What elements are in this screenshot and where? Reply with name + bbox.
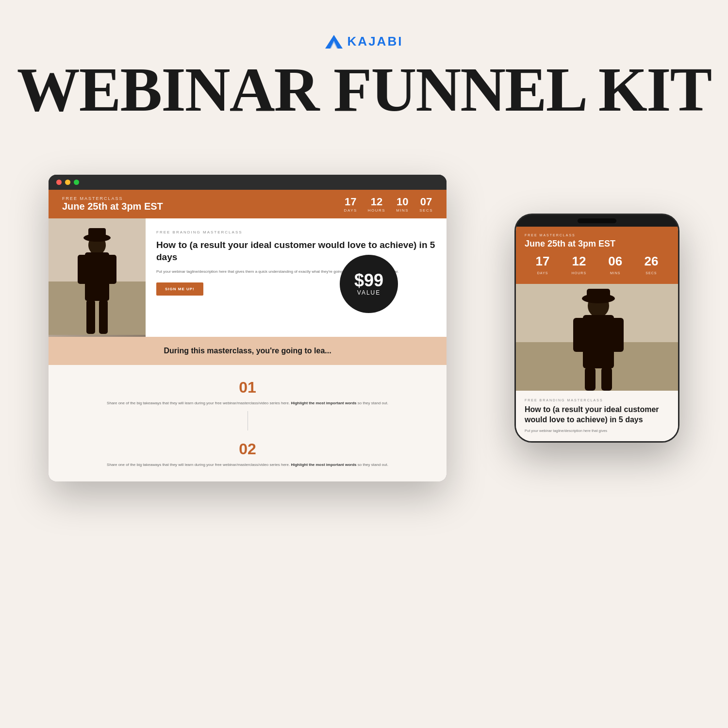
desktop-titlebar: [49, 175, 447, 190]
countdown-secs: 07 SECS: [419, 196, 433, 213]
countdown-hours-num: 12: [368, 196, 385, 208]
mobile-cd-days-label: DAYS: [537, 271, 548, 275]
svg-rect-21: [585, 367, 596, 391]
countdown-secs-num: 07: [419, 196, 433, 208]
mobile-content: FREE MASTERCLASS June 25th at 3pm EST 17…: [516, 227, 678, 441]
svg-rect-20: [611, 318, 624, 352]
devices-area: FREE MASTERCLASS June 25th at 3pm EST 17…: [49, 175, 679, 699]
point-01-text: Share one of the big takeaways that they…: [87, 400, 408, 406]
point-divider: [248, 411, 248, 430]
kajabi-logo: KAJABI: [325, 34, 403, 49]
value-label: VALUE: [357, 289, 381, 296]
countdown-days-label: DAYS: [344, 208, 357, 213]
svg-rect-8: [78, 255, 88, 284]
mobile-cd-secs: 26 SECS: [644, 255, 658, 276]
hero-figure-svg: [49, 218, 146, 335]
window-dot-red: [56, 180, 62, 185]
desktop-hero-text: FREE BRANDING MASTERCLASS How to (a resu…: [146, 218, 447, 337]
desktop-nav: FREE MASTERCLASS June 25th at 3pm EST 17…: [49, 190, 447, 218]
countdown-mins: 10 MINS: [396, 196, 409, 213]
desktop-mockup: FREE MASTERCLASS June 25th at 3pm EST 17…: [49, 175, 447, 481]
mobile-countdown: 17 DAYS 12 HOURS 06 MINS 26 SECS: [525, 255, 669, 276]
desktop-hero-title: How to (a result your ideal customer wou…: [156, 239, 436, 263]
mobile-desc: Put your webinar tagline/description her…: [525, 428, 669, 433]
page-title: WEBINAR FUNNEL KIT: [17, 58, 711, 121]
svg-rect-7: [85, 252, 109, 301]
mobile-title: How to (a result your ideal customer wou…: [525, 405, 669, 425]
page-header: KAJABI WEBINAR FUNNEL KIT: [0, 0, 728, 121]
svg-rect-11: [99, 300, 108, 334]
mobile-nav: FREE MASTERCLASS June 25th at 3pm EST 17…: [516, 227, 678, 284]
desktop-nav-date: June 25th at 3pm EST: [62, 201, 163, 212]
countdown-secs-label: SECS: [419, 208, 433, 213]
point-01-num: 01: [87, 379, 408, 397]
mobile-cd-hours-num: 12: [572, 255, 586, 267]
desktop-nav-label: FREE MASTERCLASS: [62, 196, 163, 201]
mobile-sub: FREE BRANDING MASTERCLASS: [525, 398, 669, 402]
mobile-hero-svg: [516, 284, 678, 391]
desktop-hero-sub: FREE BRANDING MASTERCLASS: [156, 230, 436, 234]
countdown-hours: 12 HOURS: [368, 196, 385, 213]
desktop-learn: During this masterclass, you're going to…: [49, 337, 447, 365]
kajabi-icon: [325, 35, 343, 49]
svg-rect-10: [86, 300, 95, 334]
svg-rect-18: [583, 315, 614, 368]
point-02-num: 02: [87, 440, 408, 458]
mobile-cd-mins: 06 MINS: [608, 255, 622, 276]
mobile-cd-secs-num: 26: [644, 255, 658, 267]
svg-rect-24: [587, 289, 610, 301]
countdown-mins-num: 10: [396, 196, 409, 208]
svg-rect-13: [88, 228, 106, 240]
sign-up-button[interactable]: SIGN ME UP!: [156, 282, 203, 296]
mobile-cd-mins-label: MINS: [610, 271, 621, 275]
window-dot-green: [74, 180, 79, 185]
countdown-hours-label: HOURS: [368, 208, 385, 213]
desktop-nav-left: FREE MASTERCLASS June 25th at 3pm EST: [62, 196, 163, 212]
svg-rect-22: [601, 367, 612, 391]
value-price: $99: [354, 272, 383, 289]
desktop-points: 01 Share one of the big takeaways that t…: [49, 365, 447, 481]
svg-rect-19: [573, 318, 586, 352]
mobile-cd-secs-label: SECS: [645, 271, 657, 275]
mobile-notch: [516, 215, 678, 227]
notch-pill: [578, 218, 616, 223]
mobile-cd-mins-num: 06: [608, 255, 622, 267]
mobile-cd-hours-label: HOURS: [572, 271, 586, 275]
window-dot-yellow: [65, 180, 70, 185]
desktop-learn-title: During this masterclass, you're going to…: [62, 347, 433, 355]
svg-rect-9: [106, 255, 116, 284]
mobile-nav-label: FREE MASTERCLASS: [525, 233, 669, 237]
mobile-cd-days: 17 DAYS: [536, 255, 550, 276]
mobile-cd-days-num: 17: [536, 255, 550, 267]
countdown-days: 17 DAYS: [344, 196, 357, 213]
desktop-countdown: 17 DAYS 12 HOURS 10 MINS 07 SECS: [344, 196, 433, 213]
mobile-nav-date: June 25th at 3pm EST: [525, 239, 669, 249]
countdown-mins-label: MINS: [396, 208, 409, 213]
point-02-text: Share one of the big takeaways that they…: [87, 462, 408, 468]
mobile-cd-hours: 12 HOURS: [572, 255, 586, 276]
mobile-text: FREE BRANDING MASTERCLASS How to (a resu…: [516, 391, 678, 441]
mobile-hero-image: [516, 284, 678, 391]
desktop-hero-image: [49, 218, 146, 337]
mobile-mockup: FREE MASTERCLASS June 25th at 3pm EST 17…: [514, 214, 679, 443]
countdown-days-num: 17: [344, 196, 357, 208]
desktop-content: FREE MASTERCLASS June 25th at 3pm EST 17…: [49, 190, 447, 481]
value-badge: $99 VALUE: [340, 255, 398, 313]
kajabi-logo-text: KAJABI: [347, 34, 403, 49]
